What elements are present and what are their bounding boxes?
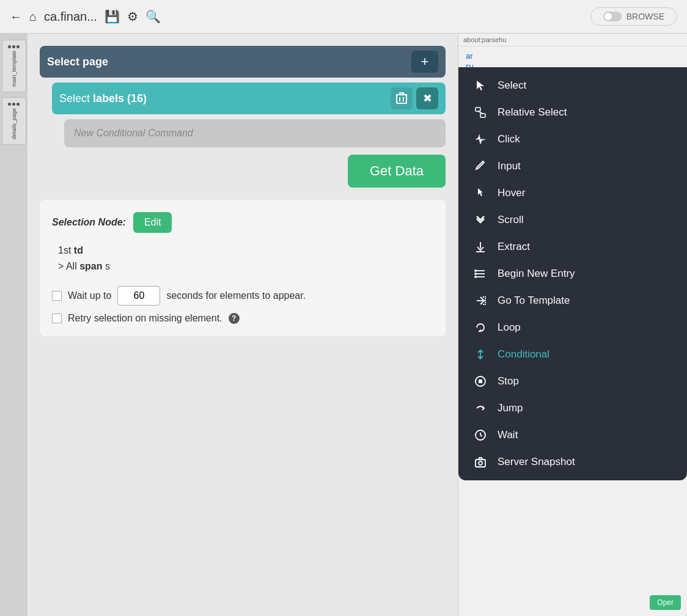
preview-link1: ar — [466, 51, 680, 61]
conditional-command-row[interactable]: New Conditional Command — [64, 119, 446, 147]
svg-line-10 — [483, 161, 484, 163]
open-button[interactable]: Oper — [650, 595, 681, 610]
labels-count: (16) — [127, 92, 147, 105]
select-page-text: Select page — [47, 56, 411, 68]
retry-row: Retry selection on missing element. ? — [52, 313, 433, 324]
expand-command-button[interactable]: ✖ — [416, 87, 438, 109]
svg-rect-23 — [476, 460, 485, 467]
menu-item-select[interactable]: Select — [458, 72, 687, 99]
jump-icon — [473, 401, 488, 416]
menu-input-label: Input — [498, 160, 521, 172]
selection-node-row: Selection Node: Edit — [52, 212, 433, 233]
svg-point-24 — [479, 461, 482, 465]
main-layout: main_template details_page Select page +… — [0, 34, 687, 616]
menu-rel-select-label: Relative Select — [498, 106, 567, 119]
menu-begin-label: Begin New Entry — [498, 268, 575, 280]
left-sidebar: main_template details_page — [0, 34, 28, 616]
svg-rect-8 — [480, 114, 485, 117]
right-panel: about:parsehu ar P/ 59 .08 — [458, 34, 687, 616]
svg-rect-7 — [476, 108, 480, 111]
menu-item-extract[interactable]: Extract — [458, 233, 687, 260]
browse-toggle[interactable] — [603, 12, 622, 21]
url-partial: about:parsehu — [463, 36, 506, 43]
wait-checkbox[interactable] — [52, 291, 62, 301]
back-icon[interactable]: ← — [10, 10, 22, 24]
svg-line-22 — [480, 435, 482, 436]
command-dropdown-menu: Select Relative Select — [458, 67, 687, 480]
menu-loop-label: Loop — [498, 321, 521, 334]
menu-item-click[interactable]: Click — [458, 126, 687, 153]
help-icon[interactable]: ? — [229, 313, 240, 324]
select-prefix: Select — [47, 56, 83, 68]
edit-button[interactable]: Edit — [133, 212, 172, 233]
delete-command-button[interactable] — [391, 87, 413, 109]
path-line1-tag: td — [74, 245, 83, 255]
extract-icon — [473, 240, 488, 254]
retry-checkbox[interactable] — [52, 314, 62, 323]
wait-row: Wait up to seconds for elements to appea… — [52, 286, 433, 306]
menu-item-hover[interactable]: Hover — [458, 180, 687, 207]
menu-item-scroll[interactable]: Scroll — [458, 207, 687, 233]
menu-item-begin-new-entry[interactable]: Begin New Entry — [458, 260, 687, 287]
svg-rect-19 — [479, 380, 482, 383]
svg-point-17 — [475, 276, 476, 277]
conditional-placeholder: New Conditional Command — [74, 128, 193, 139]
get-data-button[interactable]: Get Data — [348, 155, 446, 188]
save-icon[interactable]: 💾 — [105, 9, 120, 24]
menu-wait-label: Wait — [498, 429, 518, 441]
relative-select-icon — [473, 105, 488, 120]
node-path: 1st td > All span s — [52, 243, 433, 274]
menu-click-label: Click — [498, 133, 520, 145]
labels-value: labels — [93, 92, 124, 105]
conditional-icon — [473, 347, 488, 362]
select-value: page — [83, 56, 108, 68]
home-icon[interactable]: ⌂ — [29, 10, 37, 24]
menu-item-relative-select[interactable]: Relative Select — [458, 99, 687, 126]
select-page-command[interactable]: Select page + — [40, 46, 446, 78]
wait-input[interactable] — [117, 286, 160, 306]
browser-url-bar: about:parsehu — [458, 34, 687, 46]
goto-icon — [473, 293, 488, 308]
tab-dots — [8, 45, 20, 48]
menu-extract-label: Extract — [498, 241, 530, 253]
menu-goto-label: Go To Template — [498, 295, 570, 307]
wait-icon — [473, 428, 488, 442]
svg-point-16 — [475, 273, 476, 274]
menu-item-loop[interactable]: Loop — [458, 314, 687, 341]
path-line1-prefix: 1st — [58, 245, 71, 255]
sidebar-tab-main-template[interactable]: main_template — [2, 40, 26, 92]
menu-item-go-to-template[interactable]: Go To Template — [458, 287, 687, 314]
svg-line-9 — [478, 111, 483, 114]
menu-item-stop[interactable]: Stop — [458, 368, 687, 395]
select-labels-command[interactable]: Select labels (16) ✖ — [52, 82, 446, 114]
menu-item-input[interactable]: Input — [458, 153, 687, 180]
menu-jump-label: Jump — [498, 402, 523, 414]
add-command-button[interactable]: + — [411, 51, 438, 73]
right-panel-inner: about:parsehu ar P/ 59 .08 — [458, 34, 687, 616]
menu-item-jump[interactable]: Jump — [458, 395, 687, 422]
browse-toggle-container[interactable]: BROWSE — [590, 7, 677, 26]
sidebar-tab-label-main: main_template — [11, 51, 17, 87]
top-bar: ← ⌂ ca.finan... 💾 ⚙ 🔍 BROWSE — [0, 0, 687, 34]
sidebar-tab-label-details: details_page — [11, 108, 17, 139]
scroll-icon — [473, 213, 488, 227]
search-icon[interactable]: 🔍 — [145, 9, 161, 24]
menu-item-wait[interactable]: Wait — [458, 422, 687, 449]
browse-label: BROWSE — [626, 12, 664, 21]
svg-point-15 — [475, 270, 476, 271]
select-labels-text: Select labels (16) — [59, 92, 391, 105]
menu-stop-label: Stop — [498, 375, 519, 387]
hover-icon — [473, 186, 488, 200]
page-url: ca.finan... — [44, 10, 97, 24]
settings-icon[interactable]: ⚙ — [127, 9, 138, 24]
wait-prefix: Wait up to — [68, 290, 111, 301]
path-line2-suffix: s — [105, 261, 110, 271]
menu-item-conditional[interactable]: Conditional — [458, 341, 687, 368]
menu-item-server-snapshot[interactable]: Server Snapshot — [458, 449, 687, 475]
camera-icon — [473, 455, 488, 469]
menu-select-label: Select — [498, 79, 526, 92]
svg-rect-0 — [397, 95, 406, 103]
sidebar-tab-details-page[interactable]: details_page — [2, 97, 26, 145]
tab-dots — [8, 103, 20, 106]
main-content: Select page + Select labels (16) ✖ — [28, 34, 458, 616]
